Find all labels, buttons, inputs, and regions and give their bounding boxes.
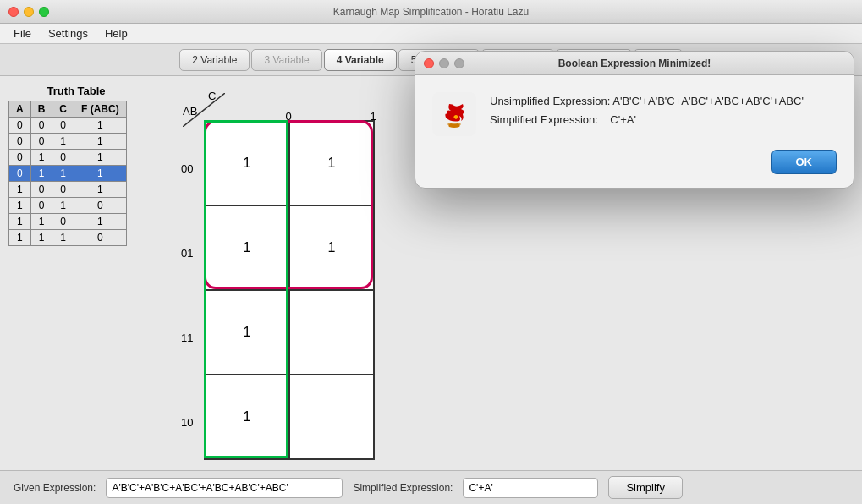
- table-row: 0001: [9, 118, 127, 134]
- dialog-footer: OK: [415, 150, 854, 188]
- dialog-window-controls: [424, 58, 464, 68]
- unsimplified-label: Unsimplified Expression:: [490, 95, 612, 107]
- dialog-close-button[interactable]: [424, 58, 434, 68]
- truth-table-title: Truth Table: [8, 85, 144, 97]
- table-row: 0011: [9, 134, 127, 150]
- simplified-label: Simplified Expression:: [490, 113, 610, 126]
- kmap-cell-11-1: [289, 290, 374, 375]
- dialog-text: Unsimplified Expression: A'B'C'+A'B'C+A'…: [490, 92, 837, 129]
- kmap-row-11: 11: [181, 331, 193, 344]
- menu-help[interactable]: Help: [98, 25, 135, 41]
- menu-settings[interactable]: Settings: [41, 25, 95, 41]
- close-button[interactable]: [8, 7, 19, 17]
- ok-button[interactable]: OK: [771, 150, 837, 174]
- table-row: 1110: [9, 230, 127, 246]
- given-expression-label: Given Expression:: [14, 482, 96, 494]
- table-row: 1001: [9, 182, 127, 198]
- kmap-row-01: 01: [181, 247, 193, 260]
- kmap-cell-10-1: [289, 375, 374, 459]
- kmap-cell-01-0: 1: [205, 205, 289, 290]
- dialog: Boolean Expression Minimized! Unsimplifi…: [415, 51, 854, 189]
- given-expression-input[interactable]: [106, 478, 343, 498]
- tab-4variable[interactable]: 4 Variable: [324, 49, 397, 71]
- window-controls: [8, 7, 49, 17]
- unsimplified-value: A'B'C'+A'B'C+A'BC'+A'BC+AB'C'+ABC': [612, 95, 804, 107]
- simplified-expression-input[interactable]: [463, 478, 598, 498]
- minimize-button[interactable]: [24, 7, 34, 17]
- java-icon: [432, 92, 476, 136]
- dialog-titlebar: Boolean Expression Minimized!: [415, 52, 854, 75]
- kmap-row-10: 10: [181, 416, 193, 429]
- kmap-row-00: 00: [181, 162, 193, 175]
- col-header-c: C: [52, 101, 74, 118]
- truth-table: A B C F (ABC) 00010011010101111001101011…: [8, 101, 127, 246]
- dialog-body: Unsimplified Expression: A'B'C'+A'B'C+A'…: [415, 75, 854, 150]
- table-row: 0111: [9, 166, 127, 182]
- table-row: 1101: [9, 214, 127, 230]
- title-bar: Karnaugh Map Simplification - Horatiu La…: [0, 0, 862, 24]
- kmap-cell-01-1: 1: [289, 205, 374, 290]
- kmap-cell-11-0: 1: [205, 290, 289, 375]
- dialog-title: Boolean Expression Minimized!: [558, 58, 711, 69]
- kmap-grid: 1 1 1 1 1 1: [204, 120, 375, 460]
- bottom-bar: Given Expression: Simplified Expression:…: [0, 470, 862, 504]
- simplified-value: C'+A': [610, 113, 636, 126]
- truth-table-container: Truth Table A B C F (ABC) 00010011010101…: [8, 85, 144, 462]
- menu-file[interactable]: File: [7, 25, 38, 41]
- col-header-b: B: [30, 101, 52, 118]
- kmap-cell-10-0: 1: [205, 375, 289, 459]
- col-header-a: A: [9, 101, 31, 118]
- table-row: 1010: [9, 198, 127, 214]
- tab-3variable: 3 Variable: [251, 49, 321, 71]
- dialog-max-button: [454, 58, 464, 68]
- tab-2variable[interactable]: 2 Variable: [179, 49, 250, 71]
- col-header-f: F (ABC): [74, 101, 127, 118]
- table-row: 0101: [9, 150, 127, 166]
- simplify-button[interactable]: Simplify: [608, 476, 683, 499]
- kmap-cell-00-0: 1: [205, 121, 289, 205]
- window-title: Karnaugh Map Simplification - Horatiu La…: [333, 6, 529, 18]
- maximize-button[interactable]: [39, 7, 49, 17]
- kmap-cell-00-1: 1: [289, 121, 374, 205]
- simplified-expression-label: Simplified Expression:: [353, 482, 453, 494]
- dialog-min-button: [439, 58, 449, 68]
- menu-bar: File Settings Help: [0, 24, 862, 44]
